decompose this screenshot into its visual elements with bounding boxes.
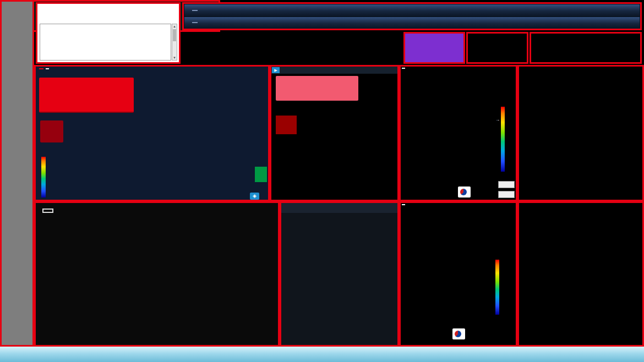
news-ticker: [182, 2, 642, 30]
pga-color-scale: [495, 260, 499, 315]
pga-borehole-panel: [399, 201, 517, 347]
pga-borehole-map: [401, 203, 517, 286]
intensity-magnitude-row: [278, 77, 356, 83]
accel-color-scale: [41, 157, 46, 198]
kyoshin-max-intensity: [40, 120, 63, 142]
scrollbar[interactable]: ▲ ▼: [172, 24, 177, 61]
nied-logo: [452, 328, 465, 339]
history-button[interactable]: [498, 191, 515, 198]
nied-logo: [458, 187, 471, 198]
pga-borehole-title: [402, 204, 405, 205]
scroll-thumb[interactable]: [173, 29, 176, 41]
detection-status-panel: ▲ ▼: [36, 2, 181, 64]
pga-color-scale: [501, 107, 505, 172]
kyoshin-monitor-dashboard: ▲ ▼: [0, 0, 644, 362]
detection-start-line: [40, 5, 177, 13]
broadcast-banner: [0, 347, 644, 362]
news-row-international: [184, 4, 640, 17]
news-category-badge: [192, 22, 198, 23]
intensity-report-panel: [34, 201, 280, 347]
vibration-level-panel: [403, 32, 465, 64]
pga-surface-title: [402, 68, 405, 69]
sidebar-stats: [3, 6, 31, 343]
eew-warning-panel: ◈ ⚑: [34, 65, 270, 201]
eew-hypocenter-box: [276, 76, 358, 101]
news-category-badge: [192, 10, 198, 11]
plum-note: [39, 112, 134, 113]
waveform-traces: [519, 67, 644, 149]
nearby-intensity-badge: [255, 167, 267, 182]
eew-alert-box: [39, 78, 134, 113]
news-row-domestic: [184, 17, 640, 29]
clock-panel: [530, 32, 642, 64]
broadcast-location-panel: [466, 32, 528, 64]
reliability-list: [40, 24, 171, 61]
detection-update-line: [40, 13, 177, 20]
nied-swirl-icon: [455, 331, 461, 337]
scroll-down-icon[interactable]: ▼: [172, 56, 177, 60]
eew-map-panel: ▶: [270, 65, 399, 201]
pga-timeseries-chart: [517, 201, 644, 347]
kyoshin-intensity-value: [276, 116, 297, 134]
eew-title: [39, 68, 43, 69]
system-monitor-sidebar: [0, 0, 34, 347]
level-arrow-icon: →: [495, 117, 500, 122]
map-toolbar: ◈ ⚑: [248, 190, 268, 201]
nied-swirl-icon: [460, 189, 467, 195]
eew-page: [46, 68, 49, 69]
pga-surface-panel: →: [399, 65, 517, 201]
eew-header: [39, 68, 51, 69]
pga-surface-map: [401, 67, 517, 149]
diamond-icon[interactable]: ◈: [250, 193, 259, 200]
intensity-report-title: [42, 209, 53, 213]
tohoku-map: [36, 203, 201, 286]
eew-statusbar: [271, 67, 397, 74]
settings-button[interactable]: [498, 181, 515, 188]
scroll-up-icon[interactable]: ▲: [172, 24, 177, 29]
seismic-waveform-panel: [517, 65, 644, 201]
list-header-bar: [281, 203, 397, 213]
play-icon[interactable]: ▶: [272, 67, 280, 73]
earthquake-history-panel: [280, 201, 399, 347]
